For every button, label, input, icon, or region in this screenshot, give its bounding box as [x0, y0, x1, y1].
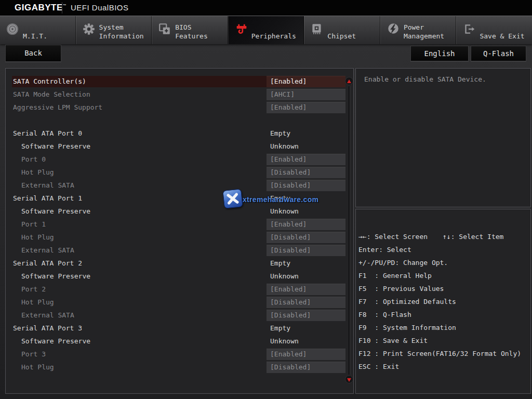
- settings-row[interactable]: Serial ATA Port 2Empty: [6, 258, 353, 271]
- settings-row[interactable]: Software PreserveUnknown: [6, 206, 353, 219]
- setting-value: Empty: [270, 323, 290, 334]
- scroll-up-button[interactable]: [345, 77, 353, 85]
- key-legend-line: F8 : Q-Flash: [358, 309, 529, 322]
- setting-value: Unknown: [270, 206, 299, 217]
- key-legend-entry: F1 : General Help: [358, 270, 432, 282]
- setting-label: SATA Mode Selection: [13, 89, 90, 100]
- gigabyte-logo: GIGABYTE™: [15, 3, 66, 13]
- setting-value[interactable]: [Enabled]: [267, 349, 345, 360]
- settings-row[interactable]: Hot Plug[Disabled]: [6, 362, 353, 375]
- setting-value[interactable]: [Disabled]: [267, 297, 345, 308]
- key-legend-entry: F12 : Print Screen(FAT16/32 Format Only): [358, 348, 521, 360]
- key-legend-line: ESC : Exit: [358, 361, 529, 374]
- settings-row[interactable]: External SATA[Disabled]: [6, 245, 353, 258]
- tab-label: Peripherals: [251, 32, 296, 41]
- setting-value[interactable]: [Disabled]: [267, 167, 345, 178]
- setting-value[interactable]: [Disabled]: [267, 245, 345, 256]
- tab-power-management[interactable]: PowerManagement: [380, 16, 457, 44]
- settings-row[interactable]: Port 1[Enabled]: [6, 219, 353, 232]
- settings-row[interactable]: Port 0[Enabled]: [6, 154, 353, 167]
- setting-value[interactable]: [Disabled]: [267, 180, 345, 191]
- brand-divider: [62, 2, 62, 14]
- setting-label: SATA Controller(s): [13, 76, 86, 87]
- setting-label: Software Preserve: [21, 271, 90, 282]
- settings-row[interactable]: SATA Controller(s)[Enabled]: [6, 76, 353, 89]
- bios-title: UEFI DualBIOS: [71, 3, 129, 12]
- tab-label: Save & Exit: [480, 32, 524, 41]
- settings-row[interactable]: Port 2[Enabled]: [6, 284, 353, 297]
- setting-label: Serial ATA Port 2: [13, 258, 82, 269]
- key-legend-line: F9 : System Information: [358, 322, 529, 335]
- settings-row[interactable]: Aggressive LPM Support[Enabled]: [6, 102, 353, 115]
- settings-row[interactable]: External SATA[Disabled]: [6, 310, 353, 323]
- setting-value[interactable]: [Disabled]: [267, 362, 345, 373]
- setting-label: Hot Plug: [21, 362, 54, 373]
- setting-value[interactable]: [Disabled]: [267, 310, 345, 321]
- settings-row[interactable]: Serial ATA Port 3Empty: [6, 323, 353, 336]
- settings-row[interactable]: Software PreserveUnknown: [6, 336, 353, 349]
- setting-label: Port 1: [21, 219, 46, 230]
- scroll-down-button[interactable]: [345, 375, 353, 383]
- setting-value[interactable]: [Enabled]: [267, 154, 345, 165]
- setting-label: Port 2: [21, 284, 46, 295]
- tab-chipset[interactable]: Chipset: [304, 16, 380, 44]
- setting-label: Serial ATA Port 0: [13, 128, 82, 139]
- key-legend-entry: F7 : Optimized Defaults: [358, 296, 456, 308]
- settings-row[interactable]: Software PreserveUnknown: [6, 271, 353, 284]
- setting-value[interactable]: [Enabled]: [267, 219, 345, 230]
- setting-label: Port 0: [21, 154, 46, 165]
- setting-value: Unknown: [270, 271, 299, 282]
- language-button[interactable]: English: [410, 46, 469, 61]
- settings-row[interactable]: Serial ATA Port 1Empty: [6, 193, 353, 206]
- key-legend-entry: F5 : Previous Values: [358, 283, 444, 295]
- top-brand-bar: GIGABYTE™ UEFI DualBIOS: [0, 0, 532, 16]
- save-exit-icon: [462, 22, 477, 37]
- scroll-down-icon: [347, 378, 351, 382]
- settings-row[interactable]: External SATA[Disabled]: [6, 180, 353, 193]
- key-legend-entry: F10 : Save & Exit: [358, 335, 428, 347]
- tab-mit[interactable]: M.I.T.: [0, 16, 76, 44]
- scrollbar-track[interactable]: [349, 86, 350, 375]
- tab-peripherals[interactable]: Peripherals: [228, 16, 304, 44]
- tab-save-exit[interactable]: Save & Exit: [456, 16, 532, 44]
- settings-row[interactable]: Hot Plug[Disabled]: [6, 297, 353, 310]
- settings-row-spacer: [6, 115, 353, 128]
- power-management-icon: [387, 22, 401, 37]
- settings-row[interactable]: Port 3[Enabled]: [6, 349, 353, 362]
- settings-row[interactable]: Hot Plug[Disabled]: [6, 232, 353, 245]
- tab-bios-features[interactable]: BIOSFeatures: [152, 16, 228, 44]
- settings-row[interactable]: Serial ATA Port 0Empty: [6, 128, 353, 141]
- setting-value[interactable]: [Enabled]: [267, 102, 345, 113]
- key-legend-line: →←: Select Screen↑↓: Select Item: [358, 231, 529, 244]
- key-legend-panel: →←: Select Screen↑↓: Select ItemEnter: S…: [355, 209, 531, 394]
- tab-label: PowerManagement: [404, 23, 444, 41]
- tab-label: Chipset: [327, 32, 356, 41]
- back-button[interactable]: Back: [5, 45, 61, 62]
- main-tab-bar: M.I.T. SystemInformation BIOSFeatures Pe…: [0, 16, 532, 44]
- settings-panel: SATA Controller(s)[Enabled]SATA Mode Sel…: [5, 68, 354, 394]
- tab-system-information[interactable]: SystemInformation: [76, 16, 152, 44]
- settings-row[interactable]: Hot Plug[Disabled]: [6, 167, 353, 180]
- setting-label: External SATA: [21, 245, 74, 256]
- setting-value[interactable]: [Enabled]: [267, 284, 345, 295]
- key-legend-entry: F9 : System Information: [358, 322, 456, 334]
- setting-label: Aggressive LPM Support: [13, 102, 102, 113]
- settings-row[interactable]: Software PreserveUnknown: [6, 141, 353, 154]
- tab-label: SystemInformation: [99, 23, 144, 41]
- settings-row[interactable]: SATA Mode Selection[AHCI]: [6, 89, 353, 102]
- key-legend-list: →←: Select Screen↑↓: Select ItemEnter: S…: [358, 231, 529, 374]
- mit-dial-icon: [6, 22, 20, 37]
- setting-label: External SATA: [21, 180, 74, 191]
- qflash-button[interactable]: Q-Flash: [471, 46, 526, 61]
- setting-value[interactable]: [AHCI]: [267, 89, 345, 100]
- bios-screen: GIGABYTE™ UEFI DualBIOS M.I.T. SystemInf…: [0, 0, 532, 399]
- setting-value[interactable]: [Disabled]: [267, 232, 345, 243]
- setting-value[interactable]: [Enabled]: [267, 76, 345, 87]
- peripherals-plug-icon: [234, 22, 249, 37]
- key-legend-entry: ↑↓: Select Item: [443, 231, 503, 243]
- setting-label: Hot Plug: [21, 232, 54, 243]
- setting-label: Software Preserve: [21, 336, 90, 347]
- key-legend-line: Enter: Select: [358, 244, 529, 257]
- setting-value: Empty: [270, 258, 290, 269]
- key-legend-entry: →←: Select Screen: [358, 231, 428, 243]
